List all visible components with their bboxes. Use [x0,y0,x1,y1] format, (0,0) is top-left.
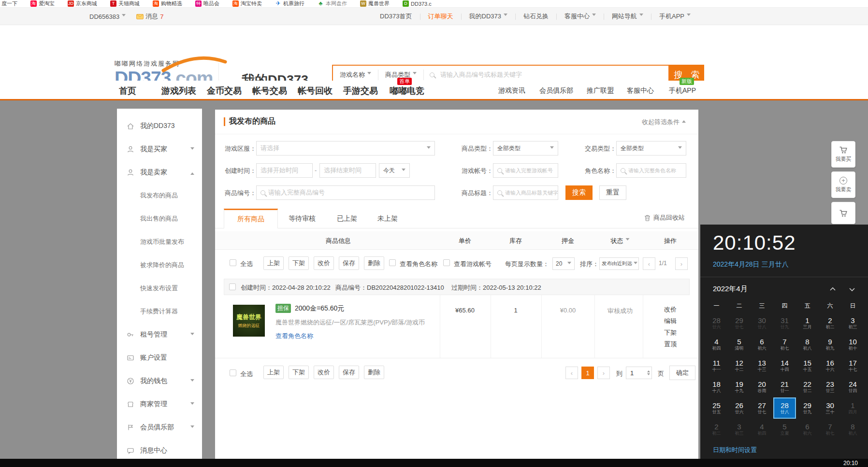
calendar-day[interactable]: 7初七 [773,334,796,355]
calendar-day[interactable]: 29廿七 [728,312,751,334]
topnav-link[interactable]: 订单聊天 [420,12,461,21]
bookmark-item[interactable]: 淘爱淘宝 [30,0,55,7]
datetime-settings-link[interactable]: 日期和时间设置 [713,446,757,454]
bookmark-item[interactable]: T天猫商城 [110,0,140,7]
tab-all-products[interactable]: 所有商品 [224,209,278,228]
bookmark-item[interactable]: W魔兽世界 [360,0,390,7]
calendar-day[interactable]: 2初二 [819,312,841,334]
calendar-day[interactable]: 1四月 [841,397,864,419]
filter-game-server-select[interactable]: 请选择 [256,141,435,156]
show-role-checkbox[interactable] [389,259,396,266]
sidebar-item-0[interactable]: 我的DD373 [117,114,202,138]
nav-item[interactable]: 帐号交易 [252,81,287,100]
nav-item[interactable]: 游戏列表 [161,81,196,100]
nav-item[interactable]: 帐号回收 [298,81,333,100]
nav-item-secondary[interactable]: 推广联盟 [587,81,614,100]
sidebar-item-3[interactable]: 我发布的商品 [117,184,202,207]
calendar-day[interactable]: 5立夏 [773,419,796,440]
calendar-day[interactable]: 23廿三 [819,376,841,397]
spinner-arrows[interactable] [647,369,650,377]
bulk-改价-button[interactable]: 改价 [314,256,334,270]
messages-link[interactable]: 消息7 [136,12,163,21]
goto-page-input[interactable]: 1 [626,367,652,379]
bulk-下架-button[interactable]: 下架 [289,366,309,379]
bulk-下架-button[interactable]: 下架 [289,256,309,270]
calendar-day[interactable]: 13十三 [751,355,773,376]
nav-item[interactable]: 首页 [119,81,136,100]
sidebar-item-5[interactable]: 游戏币批量发布 [117,230,202,254]
calendar-day[interactable]: 7初七 [819,419,841,440]
calendar-day[interactable]: 30三十 [819,397,841,419]
calendar-day[interactable]: 22廿二 [796,376,819,397]
calendar-day[interactable]: 2初二 [705,419,728,440]
goto-confirm-button[interactable]: 确定 [669,366,695,380]
tab-listed[interactable]: 已上架 [337,214,357,223]
calendar-day[interactable]: 12十二 [728,355,751,376]
row-checkbox[interactable] [229,283,236,290]
search-category-game[interactable]: 游戏名称 [333,71,378,79]
account-menu[interactable]: DD656383 [89,13,126,20]
sidebar-item-12[interactable]: 商家管理 [117,393,202,416]
bookmark-item[interactable]: 淘淘宝特卖 [232,0,262,7]
bookmark-item[interactable]: 特唯品会 [195,0,219,7]
calendar-day[interactable]: 15十五 [796,355,819,376]
calendar-day[interactable]: 21廿一 [773,376,796,397]
bookmark-item[interactable]: JD京东商城 [68,0,97,7]
sidebar-item-4[interactable]: 我出售的商品 [117,207,202,230]
nav-item[interactable]: 手游交易 [343,81,378,100]
float-sell-button[interactable]: + 我要卖 [831,171,855,198]
calendar-day[interactable]: 3初三 [728,419,751,440]
filter-date-end-input[interactable]: 选择结束时间 [319,163,376,178]
topnav-link[interactable]: 网站导航 [604,12,651,21]
sidebar-item-9[interactable]: 租号管理 [117,323,202,346]
calendar-day[interactable]: 17十七 [841,355,864,376]
sidebar-item-14[interactable]: 消息中心 [117,439,202,459]
filter-date-quick-select[interactable]: 今天 [379,163,410,178]
filter-product-type-select[interactable]: 全部类型 [493,141,558,156]
bookmark-item[interactable]: ✈机票旅行 [275,0,304,7]
topnav-link[interactable]: DD373首页 [372,12,420,21]
prev-page-button[interactable]: ‹ [643,257,655,270]
sidebar-item-8[interactable]: 手续费计算器 [117,300,202,323]
tab-pending-review[interactable]: 等待审核 [289,214,316,223]
calendar-day[interactable]: 3初三 [841,312,864,334]
sort-select[interactable]: 发布由近到远 [599,257,639,270]
calendar-prev-icon[interactable] [829,285,837,293]
filter-role-name-input[interactable]: 请输入完整角色名称 [616,163,686,178]
calendar-next-icon[interactable] [848,285,856,293]
bookmark-item[interactable]: 淘购物精选 [153,0,182,7]
calendar-day[interactable]: 28廿六 [705,312,728,334]
float-cart-button[interactable] [831,202,855,224]
bookmark-item[interactable]: DDD373.c [403,0,432,7]
filter-trade-type-select[interactable]: 全部类型 [616,141,686,156]
topnav-link[interactable]: 客服中心 [557,12,604,21]
bookmark-item[interactable]: ♣本网盘作 [318,0,347,7]
nav-item-secondary[interactable]: 会员俱乐部 [539,81,573,100]
calendar-day[interactable]: 19十九 [728,376,751,397]
sidebar-item-1[interactable]: 我是买家 [117,138,202,161]
filter-date-start-input[interactable]: 选择开始时间 [256,163,313,178]
calendar-day[interactable]: 9初九 [819,334,841,355]
calendar-day[interactable]: 26廿六 [728,397,751,419]
bulk-上架-button[interactable]: 上架 [263,256,284,270]
calendar-day[interactable]: 25廿五 [705,397,728,419]
bulk-删除-button[interactable]: 删除 [364,366,384,379]
select-all-checkbox[interactable] [230,259,236,266]
product-title[interactable]: 2000金=65.60元 [295,304,344,313]
sidebar-item-2[interactable]: 我是卖家 [117,161,202,184]
calendar-day[interactable]: 1三月 [796,312,819,334]
filter-product-sn-input[interactable]: 请输入完整商品编号 [256,185,435,200]
tab-unlisted[interactable]: 未上架 [377,214,398,223]
filter-search-button[interactable]: 搜索 [565,185,593,200]
calendar-day[interactable]: 24廿四 [841,376,864,397]
topnav-link[interactable]: 钻石兑换 [516,12,556,21]
clock-date[interactable]: 2022年4月28日 三月廿八 [713,260,788,269]
float-buy-button[interactable]: 我要买 [831,141,855,168]
next-page-button-bottom[interactable]: › [597,367,610,379]
calendar-day[interactable]: 30廿八 [751,312,773,334]
calendar-day[interactable]: 28廿八 [773,397,796,419]
calendar-day[interactable]: 10初十 [841,334,864,355]
sidebar-item-11[interactable]: 我的钱包 [117,369,202,393]
pagesize-select[interactable]: 20 [552,257,575,270]
calendar-day[interactable]: 31廿九 [773,312,796,334]
